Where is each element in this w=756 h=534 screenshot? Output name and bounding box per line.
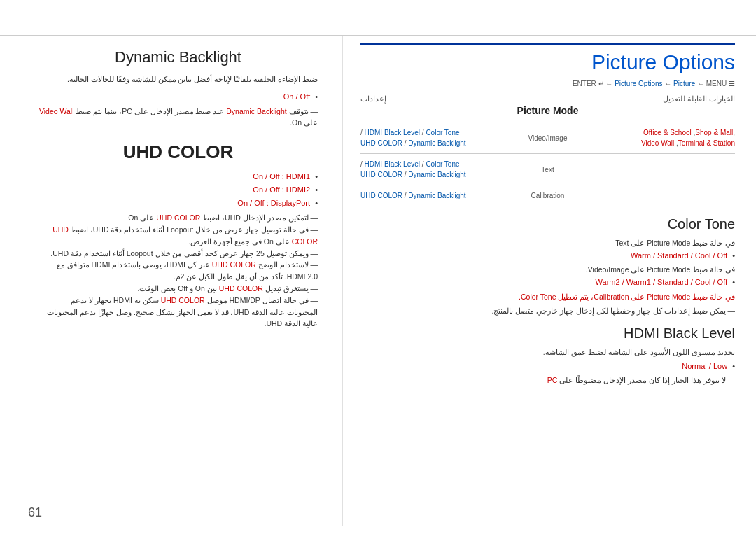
table-cell-picture-modes: ,Office & School ,Shop & Mall Video Wall…: [580, 127, 736, 148]
uhd-dash1: — لتمكين مصدر الإدخال UHD، اضبط UHD COLO…: [38, 212, 318, 224]
table-cell-mode-2: Text: [517, 166, 580, 174]
uhd-dash3: — ويمكن توصيل 25 جهاز عرض كحد أقصى من خل…: [38, 248, 318, 260]
uhd-dash6: — في حالة اتصال HDMI/DP موصل UHD COLOR س…: [38, 295, 318, 330]
table-cell-options-3: UHD COLOR / Dynamic Backlight: [360, 190, 517, 201]
dynamic-backlight-bullet1: • On / Off: [38, 90, 318, 104]
picture-mode-header-row: الخيارات القابلة للتعديل إعدادات: [360, 94, 735, 103]
color-tone-item1: في حالة ضبط Picture Mode على Text: [360, 237, 735, 250]
uhd-dash2: — في حالة توصيل جهاز عرض من خلال Loopout…: [38, 224, 318, 248]
bullet-dot: •: [315, 185, 318, 194]
nav-breadcrumb: ENTER ↵ ← Picture Options ← Picture ← ME…: [360, 80, 735, 87]
uhd-color-section: UHD COLOR • On / Off : HDMI1 • On / Off …: [38, 141, 318, 330]
uhd-bullet2: • On / Off : HDMI2: [38, 183, 318, 197]
uhd-color-title: UHD COLOR: [38, 141, 318, 163]
table-cell-mode: Video/Image: [517, 134, 580, 142]
dynamic-backlight-dash1: — يتوقف Dynamic Backlight عند ضبط مصدر ا…: [38, 106, 318, 129]
dynamic-backlight-desc: ضبط الإضاءة الخلفية تلقائيًا لإتاحة أفضل…: [38, 73, 318, 86]
uhd-bullet1: • On / Off : HDMI1: [38, 170, 318, 183]
page-number: 61: [28, 505, 42, 520]
table-cell-mode-3: Calibration: [517, 192, 580, 199]
color-tone-item3: في حالة ضبط Picture Mode على Calibration…: [360, 291, 735, 304]
right-top-bar: [360, 43, 735, 45]
bullet-dot: •: [315, 92, 318, 101]
uhd-dash4: — لاستخدام الوضح UHD COLOR عبر كل HDMI، …: [38, 259, 318, 283]
hdmi-black-level-section: HDMI Black Level تحديد مستوى اللون الأسو…: [360, 325, 735, 386]
adjustable-options-label: الخيارات القابلة للتعديل: [663, 94, 735, 103]
color-tone-section: Color Tone في حالة ضبط Picture Mode على …: [360, 216, 735, 317]
settings-label: إعدادات: [360, 94, 386, 103]
uhd-bullet3: • On / Off : DisplayPort: [38, 197, 318, 210]
dynamic-backlight-on-off: On / Off: [284, 92, 310, 101]
table-row: / HDMI Black Level / Color Tone UHD COLO…: [360, 153, 735, 185]
uhd-bullet1-text: On / Off : HDMI1: [253, 172, 310, 181]
hdmi-black-level-title: HDMI Black Level: [360, 325, 735, 342]
uhd-bullet2-text: On / Off : HDMI2: [253, 185, 310, 194]
hdmi-bullet1: • Normal / Low: [360, 360, 735, 373]
color-tone-dash1: — يمكن ضبط إعدادات كل جهاز وحفظها لكل إد…: [360, 305, 735, 317]
picture-options-title: Picture Options: [360, 50, 735, 74]
color-tone-title: Color Tone: [360, 216, 735, 232]
table-row: / HDMI Black Level / Color Tone UHD COLO…: [360, 122, 735, 153]
table-cell-options: / HDMI Black Level / Color Tone UHD COLO…: [360, 127, 517, 148]
dynamic-backlight-section: Dynamic Backlight ضبط الإضاءة الخلفية تل…: [38, 48, 318, 129]
dynamic-backlight-title: Dynamic Backlight: [38, 48, 318, 66]
bullet-dot: •: [315, 199, 318, 207]
color-tone-bullet2: • Warm2 / Warm1 / Standard / Cool / Off: [360, 276, 735, 289]
hdmi-normal-low: Normal / Low: [682, 362, 727, 370]
table-cell-options-2: / HDMI Black Level / Color Tone UHD COLO…: [360, 159, 517, 180]
table-row: UHD COLOR / Dynamic Backlight Calibratio…: [360, 185, 735, 206]
color-tone-bullet1: • Warm / Standard / Cool / Off: [360, 250, 735, 262]
uhd-bullet3-text: On / Off : DisplayPort: [237, 199, 310, 207]
bullet-dot: •: [315, 172, 318, 181]
picture-mode-title-row: Picture Mode: [360, 105, 735, 116]
hdmi-arabic-desc: تحديد مستوى اللون الأسود على الشاشة لضبط…: [360, 346, 735, 358]
color-tone-item2: في حالة ضبط Picture Mode على Video/Image…: [360, 264, 735, 276]
picture-mode-table: / HDMI Black Level / Color Tone UHD COLO…: [360, 122, 735, 206]
uhd-dash5: — يستغرق تبديل UHD COLOR بين On و Off بع…: [38, 283, 318, 295]
hdmi-dash1: — لا يتوفر هذا الخيار إذا كان مصدر الإدخ…: [360, 374, 735, 386]
